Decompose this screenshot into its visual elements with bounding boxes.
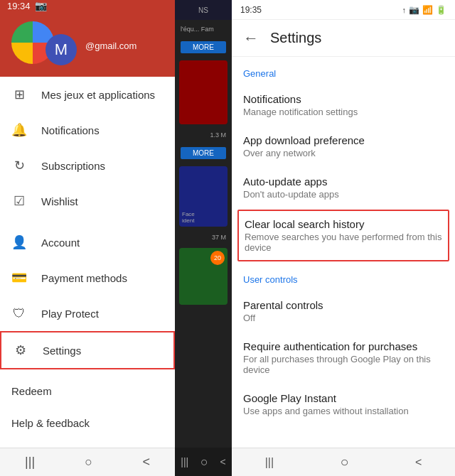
nav-notifications[interactable]: 🔔 Notifications — [0, 112, 175, 148]
apps-icon: ⊞ — [11, 87, 27, 102]
settings-auth-title: Require authentication for purchases — [243, 340, 444, 352]
mid-menu-icon[interactable]: ||| — [181, 456, 188, 467]
settings-parental-controls[interactable]: Parental controls Off — [232, 291, 455, 332]
payment-icon: 💳 — [11, 270, 27, 286]
left-panel: 19:34 📷 M @gmail.com ⊞ Mes jeux et appli… — [0, 0, 175, 476]
right-time: 19:35 — [240, 5, 262, 15]
settings-parental-subtitle: Off — [243, 313, 444, 323]
settings-app-download-subtitle: Over any network — [243, 148, 444, 158]
account-icon: 👤 — [11, 234, 27, 250]
right-status-bar: 19:35 ↑ 📷 📶 🔋 — [232, 0, 455, 20]
nav-settings-label: Settings — [43, 345, 81, 357]
right-bottom-nav: ||| ○ < — [232, 448, 455, 476]
avatar: M — [46, 34, 77, 65]
nav-account-label: Account — [41, 237, 80, 249]
settings-list: General Notifications Manage notificatio… — [232, 57, 455, 476]
settings-auto-update-title: Auto-update apps — [243, 175, 444, 188]
left-time: 19:34 — [7, 1, 31, 11]
left-status-bar: 19:34 📷 — [0, 0, 175, 11]
more-button-2[interactable]: MORE — [181, 147, 226, 159]
settings-auto-update[interactable]: Auto-update apps Don't auto-update apps — [232, 167, 455, 208]
nav-settings[interactable]: ⚙ Settings — [0, 331, 175, 369]
settings-notifications-title: Notifications — [243, 93, 444, 105]
signal-icon: 📶 — [422, 5, 433, 15]
left-menu-icon[interactable]: ||| — [25, 455, 35, 470]
nav-subscriptions-label: Subscriptions — [41, 160, 105, 172]
settings-parental-title: Parental controls — [243, 299, 444, 311]
arrow-up-icon: ↑ — [402, 6, 407, 14]
nav-subscriptions[interactable]: ↻ Subscriptions — [0, 148, 175, 183]
nav-my-apps-label: Mes jeux et applications — [41, 89, 155, 101]
gear-icon: ⚙ — [13, 342, 28, 358]
settings-instant-title: Google Play Instant — [243, 392, 444, 404]
left-back-icon[interactable]: < — [142, 455, 150, 470]
nav-redeem[interactable]: Redeem — [0, 375, 175, 407]
middle-status: NS — [175, 0, 232, 20]
battery-icon: 🔋 — [436, 5, 446, 15]
nav-payment[interactable]: 💳 Payment methods — [0, 260, 175, 296]
more-button[interactable]: MORE — [181, 41, 226, 53]
mid-back-icon[interactable]: < — [220, 456, 225, 467]
profile-email: @gmail.com — [85, 40, 164, 51]
nav-play-protect-label: Play Protect — [41, 308, 99, 320]
right-menu-icon[interactable]: ||| — [265, 456, 274, 469]
settings-require-auth[interactable]: Require authentication for purchases For… — [232, 332, 455, 384]
back-button[interactable]: ← — [243, 29, 259, 48]
left-bottom-nav: ||| ○ < — [0, 448, 175, 476]
app-card-1 — [179, 60, 228, 124]
right-back-icon[interactable]: < — [415, 456, 422, 469]
middle-content: l'équ... Fam MORE 1.3 M MORE Faceident 3… — [175, 20, 232, 448]
wishlist-icon: ☑ — [11, 193, 27, 209]
left-home-icon[interactable]: ○ — [85, 455, 92, 470]
right-home-icon[interactable]: ○ — [341, 454, 349, 470]
nav-account[interactable]: 👤 Account — [0, 225, 175, 260]
bell-icon: 🔔 — [11, 122, 27, 138]
shield-icon: 🛡 — [11, 305, 27, 321]
settings-play-instant[interactable]: Google Play Instant Use apps and games w… — [232, 384, 455, 425]
middle-app-strip: NS l'équ... Fam MORE 1.3 M MORE Faceiden… — [175, 0, 232, 476]
settings-notifications-subtitle: Manage notification settings — [243, 107, 444, 117]
general-section-header: General — [232, 57, 455, 85]
settings-clear-history[interactable]: Clear local search history Remove search… — [237, 210, 449, 261]
right-header: ← Settings — [232, 20, 455, 57]
nav-play-protect[interactable]: 🛡 Play Protect — [0, 296, 175, 331]
nav-payment-label: Payment methods — [41, 272, 127, 284]
settings-notifications[interactable]: Notifications Manage notification settin… — [232, 85, 455, 126]
settings-app-download[interactable]: App download preference Over any network — [232, 126, 455, 167]
middle-bottom-nav: ||| ○ < — [175, 448, 232, 476]
user-controls-section-header: User controls — [232, 263, 455, 291]
settings-instant-subtitle: Use apps and games without installation — [243, 406, 444, 416]
mid-home-icon[interactable]: ○ — [200, 455, 208, 470]
app-card-3: 20 — [179, 248, 228, 305]
photo-icon: 📷 — [409, 5, 419, 15]
right-panel: 19:35 ↑ 📷 📶 🔋 ← Settings General Notific… — [232, 0, 455, 476]
nav-wishlist[interactable]: ☑ Wishlist — [0, 183, 175, 219]
settings-auth-subtitle: For all purchases through Google Play on… — [243, 354, 444, 375]
settings-title: Settings — [270, 30, 321, 46]
subscriptions-icon: ↻ — [11, 158, 27, 173]
settings-clear-history-title: Clear local search history — [245, 218, 442, 230]
settings-app-download-title: App download preference — [243, 134, 444, 146]
settings-auto-update-subtitle: Don't auto-update apps — [243, 189, 444, 200]
nav-notifications-label: Notifications — [41, 124, 100, 136]
profile-header[interactable]: M @gmail.com — [0, 11, 175, 77]
settings-clear-history-subtitle: Remove searches you have performed from … — [245, 232, 442, 253]
app-card-2: Faceident — [179, 166, 228, 227]
nav-my-apps[interactable]: ⊞ Mes jeux et applications — [0, 77, 175, 112]
nav-wishlist-label: Wishlist — [41, 195, 78, 207]
nav-help[interactable]: Help & feedback — [0, 407, 175, 439]
